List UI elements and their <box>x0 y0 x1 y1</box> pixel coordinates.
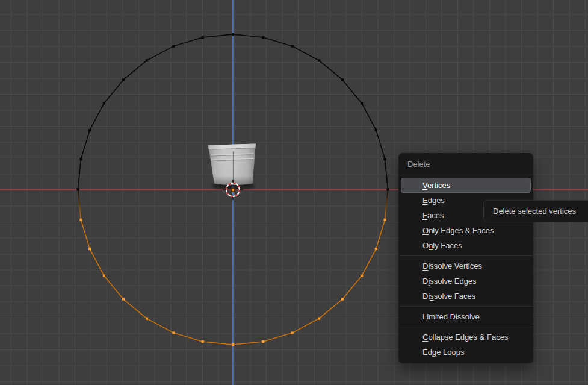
mesh-edge[interactable] <box>173 37 202 46</box>
mesh-vertex-selected[interactable] <box>103 274 105 277</box>
mesh-edge[interactable] <box>90 249 104 276</box>
mesh-vertex-selected[interactable] <box>361 274 363 277</box>
menu-item-vertices[interactable]: Vertices <box>401 178 531 193</box>
tooltip: Delete selected vertices <box>483 200 588 222</box>
mesh-edge[interactable] <box>203 34 233 37</box>
mesh-vertex[interactable] <box>76 188 79 190</box>
mesh-edge[interactable] <box>342 80 362 103</box>
mesh-edge[interactable] <box>104 80 123 103</box>
menu-item-collapse-edges-faces[interactable]: Collapse Edges & Faces <box>401 330 531 345</box>
mesh-edge[interactable] <box>233 34 263 37</box>
mesh-vertex[interactable] <box>88 129 91 131</box>
mesh-edge[interactable] <box>263 333 292 342</box>
menu-item-label: Faces <box>422 211 444 220</box>
mesh-edge[interactable] <box>173 333 202 342</box>
mesh-vertex[interactable] <box>202 36 204 39</box>
mesh-vertex[interactable] <box>383 158 386 160</box>
menu-item-label: Vertices <box>422 181 450 190</box>
mesh-vertex[interactable] <box>361 102 363 104</box>
menu-item-label: Dissolve Edges <box>422 277 477 286</box>
object-origin-dot <box>231 188 235 192</box>
bucket-shading <box>208 144 256 186</box>
tooltip-text: Delete selected vertices <box>493 207 576 216</box>
mesh-edge[interactable] <box>123 60 147 80</box>
mesh-vertex-selected[interactable] <box>341 298 344 300</box>
menu-item-edge-loops[interactable]: Edge Loops <box>401 345 531 360</box>
menu-separator <box>399 306 533 307</box>
mesh-vertex[interactable] <box>262 36 264 39</box>
mesh-vertex[interactable] <box>232 33 234 36</box>
menu-item-label: Limited Dissolve <box>422 312 480 321</box>
menu-item-label: Edge Loops <box>422 348 464 357</box>
menu-item-label: Dissolve Faces <box>422 292 475 301</box>
mesh-edge[interactable] <box>81 220 90 249</box>
mesh-vertex[interactable] <box>79 158 82 160</box>
mesh-vertex-selected[interactable] <box>291 331 293 334</box>
menu-separator <box>399 255 533 256</box>
mesh-vertex[interactable] <box>146 59 148 61</box>
mesh-edge[interactable] <box>362 249 376 276</box>
menu-item-dissolve-vertices[interactable]: Dissolve Vertices <box>401 258 531 274</box>
menu-item-label: Only Faces <box>422 241 462 250</box>
mesh-vertex-selected[interactable] <box>318 318 320 320</box>
mesh-vertex[interactable] <box>375 129 377 131</box>
mesh-vertex[interactable] <box>172 45 175 48</box>
menu-item-label: Edges <box>422 196 445 205</box>
mesh-edge[interactable] <box>385 159 388 189</box>
mesh-vertex[interactable] <box>291 45 293 48</box>
mesh-edge[interactable] <box>342 276 362 299</box>
mesh-vertex-selected[interactable] <box>232 343 234 346</box>
mesh-vertex-selected[interactable] <box>375 248 377 250</box>
mesh-vertex[interactable] <box>386 188 389 190</box>
mesh-vertex-selected[interactable] <box>122 298 125 300</box>
mesh-edge[interactable] <box>292 319 320 333</box>
menu-title: Delete <box>398 155 533 172</box>
mesh-vertex-selected[interactable] <box>172 331 175 334</box>
mesh-vertex-selected[interactable] <box>79 219 82 221</box>
mesh-edge[interactable] <box>78 159 81 189</box>
mesh-vertex[interactable] <box>318 59 320 61</box>
menu-separator <box>399 327 533 327</box>
mesh-edge[interactable] <box>385 190 388 220</box>
menu-item-dissolve-edges[interactable]: Dissolve Edges <box>401 274 531 289</box>
mesh-vertex[interactable] <box>103 102 105 104</box>
mesh-vertex[interactable] <box>122 78 125 81</box>
mesh-edge[interactable] <box>362 103 376 130</box>
mesh-vertex-selected[interactable] <box>383 219 386 221</box>
mesh-edge[interactable] <box>233 342 263 345</box>
mesh-edge[interactable] <box>263 37 292 46</box>
mesh-edge[interactable] <box>147 46 174 61</box>
mesh-vertex[interactable] <box>341 78 344 81</box>
menu-item-limited-dissolve[interactable]: Limited Dissolve <box>401 309 531 324</box>
menu-item-only-faces[interactable]: Only Faces <box>401 238 531 253</box>
delete-context-menu: Delete VerticesEdgesFacesOnly Edges & Fa… <box>398 153 533 363</box>
mesh-vertex-selected[interactable] <box>146 318 148 320</box>
mesh-edge[interactable] <box>81 130 90 159</box>
mesh-vertex-selected[interactable] <box>88 248 91 250</box>
mesh-edge[interactable] <box>147 319 174 333</box>
mesh-edge[interactable] <box>203 342 233 345</box>
menu-item-label: Dissolve Vertices <box>422 261 482 271</box>
menu-item-dissolve-faces[interactable]: Dissolve Faces <box>401 289 531 304</box>
mesh-edge[interactable] <box>376 130 385 159</box>
mesh-edge[interactable] <box>319 299 342 319</box>
mesh-edge[interactable] <box>104 276 123 299</box>
menu-item-label: Only Edges & Faces <box>422 226 494 235</box>
mesh-edge[interactable] <box>376 220 385 249</box>
menu-item-only-edges-faces[interactable]: Only Edges & Faces <box>401 223 531 238</box>
mesh-edge[interactable] <box>78 190 81 220</box>
mesh-edge[interactable] <box>292 46 320 61</box>
menu-separator <box>399 175 533 175</box>
mesh-vertex-selected[interactable] <box>202 340 204 343</box>
mesh-vertex-selected[interactable] <box>262 340 264 343</box>
menu-item-label: Collapse Edges & Faces <box>422 333 508 342</box>
mesh-edge[interactable] <box>319 60 342 80</box>
mesh-edge[interactable] <box>123 299 147 319</box>
mesh-edge[interactable] <box>90 103 104 130</box>
